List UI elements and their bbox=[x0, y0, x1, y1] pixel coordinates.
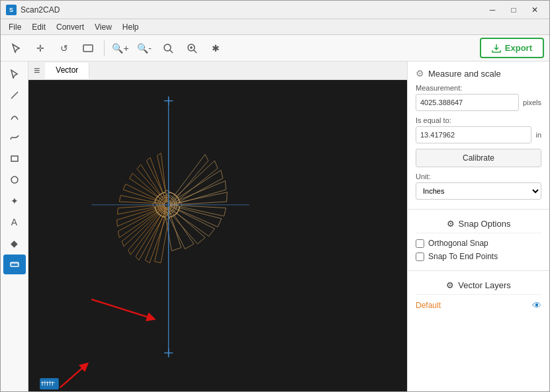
unit-select-row: Inches Millimeters Centimeters Feet Mete… bbox=[416, 182, 541, 200]
canvas-area: ≡ Vector bbox=[28, 61, 407, 392]
equal-label: Is equal to: bbox=[416, 116, 541, 124]
trim-button[interactable] bbox=[77, 38, 99, 58]
snap-endpoints-row: Snap To End Points bbox=[416, 252, 541, 261]
zoom-in-button[interactable]: 🔍+ bbox=[110, 38, 131, 58]
right-panel: ⚙ Measure and scale Measurement: pixels … bbox=[407, 61, 549, 392]
canvas[interactable] bbox=[28, 80, 407, 392]
vector-layers-header: ⚙ Vector Layers bbox=[416, 276, 541, 295]
orthogonal-snap-checkbox[interactable] bbox=[416, 239, 424, 248]
svg-line-30 bbox=[60, 366, 85, 387]
arc-tool-button[interactable] bbox=[3, 106, 26, 126]
toolbar: ✛ ↺ 🔍+ 🔍- ✱ Export bbox=[1, 35, 549, 61]
measurement-row: pixels bbox=[416, 94, 541, 111]
calibrate-button[interactable]: Calibrate bbox=[416, 149, 541, 167]
measure-scale-header: ⚙ Measure and scale bbox=[416, 68, 541, 79]
center-button[interactable]: ✱ bbox=[205, 38, 226, 58]
snap-options-section: ⚙ Snap Options Orthogonal Snap Snap To E… bbox=[408, 210, 549, 271]
text-tool-button[interactable]: A bbox=[3, 212, 26, 232]
export-label: Export bbox=[505, 43, 532, 53]
undo-button[interactable]: ↺ bbox=[54, 38, 75, 58]
zoom-actual-button[interactable] bbox=[181, 38, 203, 58]
snap-endpoints-checkbox[interactable] bbox=[416, 253, 424, 261]
menu-convert[interactable]: Convert bbox=[51, 21, 89, 33]
layer-default-name: Default bbox=[416, 301, 441, 310]
title-bar: S Scan2CAD ─ □ ✕ bbox=[1, 1, 549, 19]
orthogonal-snap-row: Orthogonal Snap bbox=[416, 239, 541, 248]
layer-eye-icon[interactable]: 👁 bbox=[532, 300, 541, 311]
measure-scale-section: ⚙ Measure and scale Measurement: pixels … bbox=[408, 61, 549, 210]
menu-view[interactable]: View bbox=[89, 21, 117, 33]
maximize-button[interactable]: □ bbox=[504, 3, 523, 17]
main-content: ✦ A ◆ ≡ Vector bbox=[1, 61, 549, 392]
fill-tool-button[interactable]: ◆ bbox=[3, 233, 26, 253]
vector-layers-section: ⚙ Vector Layers Default 👁 bbox=[408, 271, 549, 316]
svg-line-4 bbox=[194, 50, 197, 53]
measure-icon: ⚙ bbox=[416, 68, 424, 79]
zoom-out-button[interactable]: 🔍- bbox=[134, 38, 155, 58]
menu-help[interactable]: Help bbox=[117, 21, 144, 33]
snap-options-header: ⚙ Snap Options bbox=[416, 215, 541, 233]
app-icon: S bbox=[6, 5, 17, 15]
measurement-unit: pixels bbox=[523, 98, 541, 106]
red-arrow-2 bbox=[60, 366, 85, 387]
circle-tool-button[interactable] bbox=[3, 170, 26, 190]
canvas-svg bbox=[28, 80, 407, 392]
minimize-button[interactable]: ─ bbox=[483, 3, 502, 17]
measure-tool-button[interactable] bbox=[3, 255, 26, 274]
measurement-input[interactable] bbox=[416, 94, 519, 111]
menu-edit[interactable]: Edit bbox=[26, 21, 51, 33]
vector-layers-title: Vector Layers bbox=[458, 280, 511, 290]
layers-icon: ⚙ bbox=[446, 280, 454, 290]
menu-bar: File Edit Convert View Help bbox=[1, 19, 549, 35]
orthogonal-snap-label: Orthogonal Snap bbox=[428, 239, 488, 248]
export-button[interactable]: Export bbox=[480, 38, 544, 58]
svg-line-7 bbox=[11, 92, 18, 98]
svg-rect-8 bbox=[11, 156, 18, 161]
red-arrow-1 bbox=[91, 299, 152, 319]
measure-scale-title: Measure and scale bbox=[428, 69, 501, 79]
select-tool-button[interactable] bbox=[6, 38, 27, 58]
window-controls: ─ □ ✕ bbox=[483, 3, 544, 17]
unit-label: Unit: bbox=[416, 173, 541, 180]
snap-endpoints-label: Snap To End Points bbox=[428, 252, 498, 261]
toolbar-separator-1 bbox=[104, 40, 105, 56]
measurement-label: Measurement: bbox=[416, 84, 541, 92]
equal-input[interactable] bbox=[416, 126, 531, 143]
svg-point-1 bbox=[164, 44, 171, 51]
equal-unit: in bbox=[535, 131, 541, 139]
title-bar-left: S Scan2CAD bbox=[6, 5, 60, 15]
svg-point-9 bbox=[11, 176, 18, 183]
left-toolbar: ✦ A ◆ bbox=[1, 61, 28, 392]
menu-file[interactable]: File bbox=[3, 21, 26, 33]
snap-options-title: Snap Options bbox=[459, 219, 511, 229]
svg-line-29 bbox=[91, 299, 152, 319]
vector-tab[interactable]: Vector bbox=[45, 63, 89, 79]
equal-row: in bbox=[416, 126, 541, 143]
svg-line-2 bbox=[170, 50, 173, 53]
unit-select[interactable]: Inches Millimeters Centimeters Feet Mete… bbox=[416, 182, 541, 200]
rect-tool-button[interactable] bbox=[3, 149, 26, 169]
layer-default-row: Default 👁 bbox=[416, 300, 541, 311]
canvas-tab-bar: ≡ Vector bbox=[28, 61, 407, 80]
snap-icon: ⚙ bbox=[447, 219, 455, 229]
spline-tool-button[interactable] bbox=[3, 128, 26, 147]
app-title: Scan2CAD bbox=[21, 5, 60, 15]
canvas-tab-menu-icon[interactable]: ≡ bbox=[28, 62, 45, 79]
line-tool-button[interactable] bbox=[3, 85, 26, 105]
svg-rect-0 bbox=[83, 45, 93, 52]
node-tool-button[interactable]: ✦ bbox=[3, 191, 26, 211]
move-button[interactable]: ✛ bbox=[30, 38, 51, 58]
zoom-fit-button[interactable] bbox=[158, 38, 179, 58]
arrow-tool-button[interactable] bbox=[3, 64, 26, 84]
close-button[interactable]: ✕ bbox=[526, 3, 544, 17]
